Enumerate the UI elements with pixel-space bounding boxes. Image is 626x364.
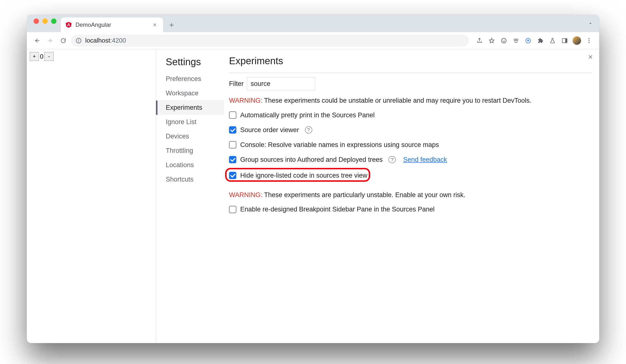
experiment-row: Console: Resolve variable names in expre…: [229, 141, 592, 149]
experiment-row: Automatically pretty print in the Source…: [229, 111, 592, 119]
settings-sidebar: Settings PreferencesWorkspaceExperiments…: [156, 49, 224, 343]
extensions-puzzle-icon[interactable]: [535, 35, 546, 46]
settings-nav-item[interactable]: Ignore List: [156, 115, 224, 129]
tab-title: DemoAngular: [76, 21, 111, 28]
experiment-label: Console: Resolve variable names in expre…: [240, 141, 439, 149]
experiment-row: Group sources into Authored and Deployed…: [229, 156, 592, 164]
filter-input[interactable]: [247, 77, 315, 90]
settings-main: Experiments Filter WARNING: These experi…: [224, 49, 599, 343]
window-maximize-button[interactable]: [51, 18, 56, 24]
window-minimize-button[interactable]: [42, 18, 48, 24]
address-bar[interactable]: localhost:4200: [71, 35, 469, 47]
counter-value: 0: [39, 52, 44, 61]
svg-point-6: [514, 39, 516, 41]
experiment-label: Enable re-designed Breakpoint Sidebar Pa…: [240, 206, 435, 213]
back-button[interactable]: [32, 35, 42, 46]
experiment-label: Source order viewer: [240, 126, 299, 134]
extension-icon-1[interactable]: [499, 35, 509, 46]
settings-close-button[interactable]: [586, 53, 595, 61]
settings-nav-item[interactable]: Shortcuts: [156, 172, 224, 187]
svg-point-5: [504, 40, 505, 40]
tab-close-button[interactable]: [151, 21, 158, 28]
browser-tab[interactable]: DemoAngular: [61, 18, 163, 32]
devtools-settings-panel: Settings PreferencesWorkspaceExperiments…: [156, 49, 599, 343]
extension-icon-3[interactable]: [523, 35, 534, 46]
svg-point-3: [501, 38, 506, 43]
svg-point-4: [503, 40, 503, 40]
svg-point-7: [516, 39, 518, 41]
svg-point-11: [588, 38, 589, 39]
experiment-checkbox[interactable]: [229, 111, 236, 119]
experiment-row: Enable re-designed Breakpoint Sidebar Pa…: [229, 206, 592, 213]
settings-nav-item[interactable]: Locations: [156, 158, 224, 172]
svg-point-1: [78, 39, 79, 40]
content-area: + 0 - Settings PreferencesWorkspaceExper…: [27, 49, 599, 343]
url-text: localhost:4200: [85, 37, 126, 44]
bookmark-star-icon[interactable]: [486, 35, 497, 46]
settings-nav-item[interactable]: Workspace: [156, 86, 224, 101]
browser-menu-button[interactable]: [584, 35, 594, 46]
forward-button[interactable]: [45, 35, 55, 46]
window-controls: [31, 18, 61, 28]
site-info-icon[interactable]: [76, 37, 82, 44]
toolbar-actions: [474, 35, 594, 46]
svg-rect-10: [565, 38, 567, 42]
experiment-row: Source order viewer?: [229, 126, 592, 134]
unstable-experiments-list: Enable re-designed Breakpoint Sidebar Pa…: [229, 206, 592, 213]
new-tab-button[interactable]: [165, 19, 178, 31]
settings-nav-item[interactable]: Throttling: [156, 144, 224, 158]
experiment-checkbox[interactable]: [229, 141, 236, 148]
experiment-checkbox[interactable]: [229, 206, 236, 213]
warning-2: WARNING: These experiments are particula…: [229, 190, 592, 200]
tab-strip: DemoAngular: [27, 15, 599, 32]
experiment-checkbox[interactable]: [229, 172, 236, 179]
experiments-title: Experiments: [229, 55, 592, 67]
experiment-checkbox[interactable]: [229, 126, 236, 134]
settings-nav: PreferencesWorkspaceExperimentsIgnore Li…: [156, 72, 224, 187]
page-pane: + 0 -: [27, 49, 156, 343]
browser-toolbar: localhost:4200: [27, 32, 599, 49]
side-panel-icon[interactable]: [559, 35, 570, 46]
settings-title: Settings: [156, 55, 224, 72]
experiment-checkbox[interactable]: [229, 156, 236, 163]
labs-flask-icon[interactable]: [547, 35, 558, 46]
svg-rect-2: [78, 40, 79, 42]
experiment-label: Hide ignore-listed code in sources tree …: [240, 172, 367, 179]
filter-row: Filter: [229, 77, 592, 90]
settings-nav-item[interactable]: Devices: [156, 129, 224, 144]
help-icon[interactable]: ?: [389, 156, 396, 163]
svg-point-13: [588, 42, 589, 43]
tabs-dropdown-button[interactable]: [586, 18, 595, 28]
counter-decrement-button[interactable]: -: [44, 52, 54, 61]
settings-nav-item[interactable]: Experiments: [156, 101, 224, 115]
angular-icon: [65, 21, 72, 28]
profile-avatar[interactable]: [572, 35, 582, 46]
help-icon[interactable]: ?: [305, 126, 312, 134]
svg-point-12: [588, 40, 589, 41]
counter-increment-button[interactable]: +: [30, 52, 39, 61]
divider: [229, 73, 592, 73]
experiment-label: Group sources into Authored and Deployed…: [240, 156, 383, 164]
experiment-label: Automatically pretty print in the Source…: [240, 111, 375, 119]
share-icon[interactable]: [474, 35, 485, 46]
send-feedback-link[interactable]: Send feedback: [403, 156, 447, 164]
window-close-button[interactable]: [34, 18, 39, 24]
extension-icon-2[interactable]: [511, 35, 521, 46]
experiment-row: Hide ignore-listed code in sources tree …: [229, 171, 592, 180]
browser-window: DemoAngular: [27, 15, 599, 343]
warning-1: WARNING: These experiments could be unst…: [229, 96, 592, 106]
counter-widget: + 0 -: [30, 52, 153, 61]
filter-label: Filter: [229, 80, 244, 88]
experiments-list: Automatically pretty print in the Source…: [229, 111, 592, 180]
reload-button[interactable]: [58, 35, 69, 46]
settings-nav-item[interactable]: Preferences: [156, 72, 224, 86]
